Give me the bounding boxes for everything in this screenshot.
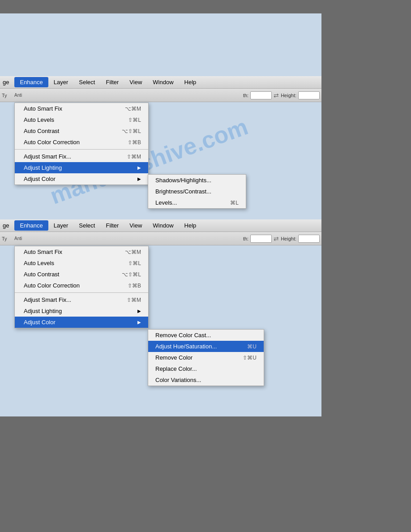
- menu-auto-smart-fix-1[interactable]: Auto Smart Fix ⌥⌘M: [15, 103, 148, 114]
- optionsbar-1: Ty Anti th: ⇄ Height:: [0, 89, 321, 102]
- menubar-item-ge-1[interactable]: ge: [0, 77, 14, 87]
- menu-auto-smart-fix-2[interactable]: Auto Smart Fix ⌥⌘M: [15, 246, 148, 257]
- height-label-1: Height:: [281, 93, 296, 98]
- submenu-arrow-icon: ▶: [137, 309, 141, 313]
- width-label-2: th:: [243, 236, 248, 241]
- submenu-item-label: Adjust Hue/Saturation...: [155, 343, 217, 350]
- menu-item-shortcut: ⌥⇧⌘L: [122, 271, 141, 278]
- height-input-1[interactable]: [298, 91, 320, 99]
- menu-item-label: Auto Levels: [24, 116, 54, 123]
- menu-item-shortcut: ⇧⌘M: [127, 154, 141, 160]
- width-label-1: th:: [243, 93, 248, 98]
- menu-item-label: Auto Smart Fix: [24, 249, 62, 255]
- menu-adjust-color-1[interactable]: Adjust Color ▶: [15, 173, 148, 184]
- menu-auto-contrast-2[interactable]: Auto Contrast ⌥⇧⌘L: [15, 269, 148, 280]
- lighting-submenu-menu: Shadows/Highlights... Brightness/Contras…: [148, 174, 246, 209]
- menu-item-shortcut: ⇧⌘B: [128, 283, 141, 289]
- submenu-item-label: Replace Color...: [155, 365, 197, 372]
- swap-arrows-2: ⇄: [274, 235, 279, 242]
- menu-adjust-lighting-2[interactable]: Adjust Lighting ▶: [15, 305, 148, 317]
- menu-auto-color-1[interactable]: Auto Color Correction ⇧⌘B: [15, 137, 148, 148]
- enhance-menu-1: Auto Smart Fix ⌥⌘M Auto Levels ⇧⌘L Auto …: [14, 103, 149, 185]
- menu-item-shortcut: ⇧⌘M: [127, 297, 141, 303]
- adjust-color-submenu: Remove Color Cast... Adjust Hue/Saturati…: [148, 329, 264, 386]
- menubar-item-window-1[interactable]: Window: [147, 77, 179, 87]
- menubar-item-help-2[interactable]: Help: [179, 220, 202, 231]
- menubar-item-filter-1[interactable]: Filter: [100, 77, 124, 87]
- menubar-2: ge Enhance Layer Select Filter View Wind…: [0, 219, 321, 232]
- submenu-replace-color[interactable]: Replace Color...: [148, 363, 264, 374]
- tool-label-1: Ty: [2, 93, 11, 98]
- menubar-item-ge-2[interactable]: ge: [0, 220, 14, 231]
- menu-divider-2: [15, 292, 148, 293]
- menu-item-shortcut: ⌥⌘M: [125, 249, 141, 255]
- enhance-dropdown-2: Auto Smart Fix ⌥⌘M Auto Levels ⇧⌘L Auto …: [14, 246, 149, 328]
- submenu-item-label: Remove Color Cast...: [155, 332, 211, 339]
- submenu-levels[interactable]: Levels... ⌘L: [148, 197, 246, 208]
- anti-alias-label-1: Anti: [14, 93, 22, 98]
- submenu-item-label: Remove Color: [155, 354, 193, 361]
- submenu-adjust-hue-saturation[interactable]: Adjust Hue/Saturation... ⌘U: [148, 341, 264, 352]
- menu-adjust-smart-fix-1[interactable]: Adjust Smart Fix... ⇧⌘M: [15, 151, 148, 162]
- menu-adjust-smart-fix-2[interactable]: Adjust Smart Fix... ⇧⌘M: [15, 294, 148, 305]
- submenu-item-label: Levels...: [155, 199, 177, 206]
- menu-adjust-color-2[interactable]: Adjust Color ▶: [15, 317, 148, 328]
- tool-label-2: Ty: [2, 236, 11, 241]
- enhance-menu-2: Auto Smart Fix ⌥⌘M Auto Levels ⇧⌘L Auto …: [14, 246, 149, 328]
- menu-auto-levels-1[interactable]: Auto Levels ⇧⌘L: [15, 114, 148, 125]
- menu-item-label: Adjust Lighting: [24, 308, 62, 314]
- adjust-lighting-submenu: Shadows/Highlights... Brightness/Contras…: [148, 174, 246, 209]
- menu-item-label: Adjust Color: [24, 319, 56, 326]
- screenshot-area: manualsshive.com ge Enhance Layer Select…: [0, 13, 321, 416]
- width-input-2[interactable]: [250, 235, 272, 243]
- menubar-item-window-2[interactable]: Window: [147, 220, 179, 231]
- menu-item-label: Auto Contrast: [24, 271, 60, 278]
- menubar-item-filter-2[interactable]: Filter: [100, 220, 124, 231]
- menu-auto-contrast-1[interactable]: Auto Contrast ⌥⇧⌘L: [15, 125, 148, 137]
- submenu-remove-color[interactable]: Remove Color ⇧⌘U: [148, 352, 264, 363]
- menu-item-shortcut: ⌥⇧⌘L: [122, 128, 141, 134]
- height-label-2: Height:: [281, 236, 296, 241]
- menubar-item-layer-2[interactable]: Layer: [48, 220, 74, 231]
- submenu-color-variations[interactable]: Color Variations...: [148, 374, 264, 386]
- height-input-2[interactable]: [298, 235, 320, 243]
- submenu-brightness-contrast[interactable]: Brightness/Contrast...: [148, 186, 246, 197]
- submenu-arrow-icon: ▶: [137, 320, 141, 325]
- enhance-dropdown-1: Auto Smart Fix ⌥⌘M Auto Levels ⇧⌘L Auto …: [14, 103, 149, 185]
- menu-auto-color-2[interactable]: Auto Color Correction ⇧⌘B: [15, 280, 148, 291]
- anti-alias-label-2: Anti: [14, 236, 22, 241]
- width-input-1[interactable]: [250, 91, 272, 99]
- menu-item-label: Adjust Smart Fix...: [24, 296, 71, 303]
- menubar-item-layer-1[interactable]: Layer: [48, 77, 74, 87]
- menu-item-label: Adjust Lighting: [24, 164, 62, 171]
- menu-item-label: Auto Color Correction: [24, 282, 80, 289]
- menubar-item-view-1[interactable]: View: [124, 77, 147, 87]
- menubar-item-select-1[interactable]: Select: [73, 77, 100, 87]
- menubar-item-help-1[interactable]: Help: [179, 77, 202, 87]
- menu-item-shortcut: ⇧⌘L: [128, 117, 141, 123]
- menu-item-label: Adjust Smart Fix...: [24, 153, 71, 160]
- menu-item-shortcut: ⇧⌘B: [128, 139, 141, 146]
- menubar-item-enhance-1[interactable]: Enhance: [14, 77, 48, 87]
- menu-section-1: ge Enhance Layer Select Filter View Wind…: [0, 76, 321, 102]
- menu-section-2: ge Enhance Layer Select Filter View Wind…: [0, 219, 321, 245]
- menu-item-label: Auto Color Correction: [24, 139, 80, 146]
- menu-adjust-lighting-1[interactable]: Adjust Lighting ▶: [15, 162, 148, 173]
- submenu-remove-color-cast[interactable]: Remove Color Cast...: [148, 330, 264, 341]
- menu-item-shortcut: ⇧⌘L: [128, 260, 141, 266]
- submenu-item-label: Color Variations...: [155, 377, 201, 383]
- menu-item-shortcut: ⌥⌘M: [125, 106, 141, 112]
- menubar-item-select-2[interactable]: Select: [73, 220, 100, 231]
- color-submenu-menu: Remove Color Cast... Adjust Hue/Saturati…: [148, 329, 264, 386]
- submenu-item-label: Brightness/Contrast...: [155, 188, 211, 195]
- submenu-shadows-highlights[interactable]: Shadows/Highlights...: [148, 175, 246, 186]
- submenu-item-shortcut: ⌘U: [247, 343, 257, 350]
- menubar-1: ge Enhance Layer Select Filter View Wind…: [0, 76, 321, 89]
- submenu-arrow-icon: ▶: [137, 176, 141, 181]
- menu-auto-levels-2[interactable]: Auto Levels ⇧⌘L: [15, 257, 148, 269]
- submenu-item-shortcut: ⌘L: [230, 200, 239, 206]
- menu-item-label: Auto Contrast: [24, 128, 60, 134]
- menubar-item-view-2[interactable]: View: [124, 220, 147, 231]
- menubar-item-enhance-2[interactable]: Enhance: [14, 220, 48, 231]
- submenu-arrow-icon: ▶: [137, 165, 141, 170]
